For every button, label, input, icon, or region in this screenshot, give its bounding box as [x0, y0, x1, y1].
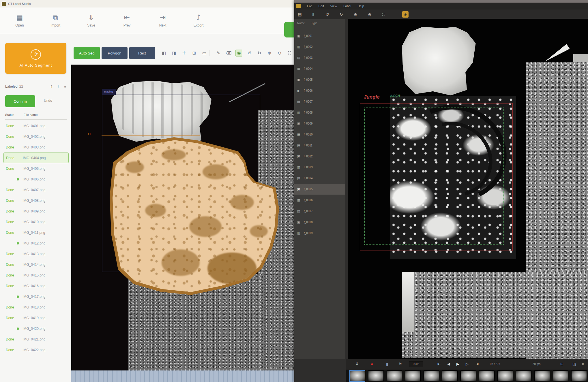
frame-list-item[interactable]: ▦f_0010 — [294, 129, 345, 140]
save-icon[interactable]: ⇩ — [310, 11, 316, 18]
save-button[interactable]: ⇩Save — [77, 10, 106, 31]
open-icon[interactable]: ▤ — [297, 11, 303, 18]
file-list-item[interactable]: DoneIMG_0405.png — [3, 163, 69, 174]
frame-thumbnail[interactable] — [387, 370, 402, 381]
last-frame-icon[interactable]: ⇥ — [475, 362, 479, 367]
merge-view-icon[interactable]: ◨ — [171, 50, 177, 56]
frame-list-item[interactable]: ▣f_0012 — [294, 151, 345, 162]
split-view-icon[interactable]: ◧ — [161, 50, 167, 56]
erase-icon[interactable]: ⌫ — [225, 50, 232, 56]
annotation-canvas[interactable]: mask01 L1 — [71, 65, 295, 370]
frame-list-item[interactable]: ▦f_0016 — [294, 195, 345, 206]
frame-list-item[interactable]: ▤f_0017 — [294, 206, 345, 217]
menu-icon[interactable]: ≡ — [582, 362, 584, 367]
frame-thumbnail[interactable] — [479, 370, 495, 381]
pen-icon[interactable]: ✎ — [215, 50, 222, 56]
rect-select-icon[interactable]: ▭ — [201, 50, 207, 56]
auto-seg-mode-button[interactable]: Auto Seg — [74, 47, 100, 59]
file-list-item[interactable]: DoneIMG_0421.png — [3, 334, 69, 345]
frame-thumbnail[interactable] — [553, 370, 568, 381]
file-list-item[interactable]: DoneIMG_0416.png — [3, 281, 69, 291]
frame-thumbnail[interactable] — [497, 370, 513, 381]
file-list-item[interactable]: DoneIMG_0419.png — [3, 313, 69, 323]
frame-list-item[interactable]: ▣f_0005 — [294, 74, 345, 85]
file-list-item[interactable]: DoneIMG_0418.png — [3, 302, 69, 313]
grid-icon[interactable]: ⊞ — [191, 50, 197, 56]
frame-list-item[interactable]: ▥f_0013 — [294, 162, 345, 173]
frame-thumbnail[interactable] — [571, 370, 587, 381]
tile-view-icon[interactable]: ⊞ — [560, 362, 563, 367]
frame-thumbnail[interactable] — [460, 370, 476, 381]
file-list-item[interactable]: DoneIMG_0402.png — [3, 131, 69, 142]
crosshair-icon[interactable]: ✛ — [181, 50, 187, 56]
frame-list-item[interactable]: ▤f_0007 — [294, 96, 345, 107]
file-list-item[interactable]: IMG_0412.png — [3, 238, 69, 249]
list-icon[interactable]: ≡ — [64, 84, 66, 89]
frame-thumbnail[interactable] — [405, 370, 421, 381]
open-image-button[interactable]: ▤Open — [5, 10, 34, 31]
frame-list-item[interactable]: ▥f_0008 — [294, 107, 345, 118]
frame-list-item[interactable]: ▣f_0001 — [294, 30, 345, 41]
frame-list-item[interactable]: ▥f_0002 — [294, 41, 345, 52]
expand-icon[interactable]: ⇩ — [57, 84, 60, 89]
frame-list-item[interactable]: ▥f_0019 — [294, 227, 345, 238]
fit-icon[interactable]: ⛶ — [381, 11, 387, 18]
zoom-out-icon[interactable]: ⊖ — [366, 11, 373, 18]
zoom-in-icon[interactable]: ⊕ — [266, 50, 273, 56]
play-icon[interactable]: ▶ — [456, 362, 459, 367]
label-mode-icon[interactable]: ◈ — [402, 11, 409, 18]
expand-icon[interactable]: ◳ — [572, 362, 576, 367]
frame-thumbnail[interactable] — [516, 370, 531, 381]
menu-view[interactable]: View — [330, 4, 337, 8]
file-list-item[interactable]: DoneIMG_0404.png — [3, 153, 69, 163]
file-list-item[interactable]: IMG_0417.png — [3, 291, 69, 302]
frame-thumbnail[interactable] — [349, 370, 365, 382]
file-list-item[interactable]: DoneIMG_0411.png — [3, 227, 69, 238]
fit-icon[interactable]: ⛶ — [286, 50, 293, 56]
file-list-item[interactable]: DoneIMG_0422.png — [3, 345, 69, 355]
first-frame-icon[interactable]: ⇤ — [437, 362, 441, 367]
brush-icon[interactable]: ◉ — [235, 50, 242, 57]
redo-icon[interactable]: ↻ — [256, 50, 263, 56]
frame-list-item[interactable]: ▣f_0015 — [294, 184, 345, 195]
frame-thumbnail[interactable] — [442, 370, 458, 381]
file-list-item[interactable]: DoneIMG_0410.png — [3, 217, 69, 227]
frame-list-item[interactable]: ▣f_0009 — [294, 118, 345, 129]
file-list-item[interactable]: DoneIMG_0403.png — [3, 142, 69, 153]
green-dashed-bbox[interactable] — [364, 108, 504, 245]
frame-thumbnail[interactable] — [424, 370, 439, 381]
file-list-item[interactable]: DoneIMG_0415.png — [3, 270, 69, 281]
menu-edit[interactable]: Edit — [319, 4, 324, 8]
prev-image-button[interactable]: ⇤Prev — [113, 10, 141, 31]
frame-list-item[interactable]: ▣f_0018 — [294, 217, 345, 227]
polygon-mode-button[interactable]: Polygon — [102, 47, 127, 59]
corner-action-button[interactable] — [284, 22, 295, 37]
undo-icon[interactable]: ↺ — [246, 50, 252, 56]
file-list-item[interactable]: DoneIMG_0407.png — [3, 185, 69, 195]
import-folder-button[interactable]: ⧉Import — [41, 10, 70, 31]
auto-segment-button[interactable]: ⟳ AI Auto Segment — [5, 43, 66, 74]
file-list-item[interactable]: DoneIMG_0408.png — [3, 195, 69, 206]
frame-list-item[interactable]: ▤f_0014 — [294, 173, 345, 184]
record-icon[interactable]: ⏺ — [371, 362, 373, 367]
frame-field[interactable]: 0098 — [409, 361, 423, 367]
zoom-out-icon[interactable]: ⊖ — [276, 50, 283, 56]
frame-list-item[interactable]: ▤f_0003 — [294, 52, 345, 63]
zoom-in-icon[interactable]: ⊕ — [352, 11, 359, 18]
slice-filmstrip[interactable] — [71, 370, 295, 382]
marker-icon[interactable]: ▮ — [386, 362, 388, 367]
undo-icon[interactable]: ↺ — [324, 11, 330, 18]
frame-thumbnail[interactable] — [534, 370, 550, 381]
prev-frame-icon[interactable]: ◀ — [447, 362, 450, 367]
frame-list-item[interactable]: ◧f_0006 — [294, 85, 345, 96]
frame-list-item[interactable]: ▤f_0011 — [294, 140, 345, 151]
rect-mode-button[interactable]: Rect — [129, 47, 155, 59]
file-list-item[interactable]: IMG_0420.png — [3, 323, 69, 334]
redo-icon[interactable]: ↻ — [338, 11, 344, 18]
export-button[interactable]: ⤴Export — [184, 10, 213, 31]
flag-icon[interactable]: ⚑ — [399, 362, 402, 367]
file-list-item[interactable]: DoneIMG_0401.png — [3, 121, 69, 131]
file-list-item[interactable]: IMG_0406.png — [3, 174, 69, 185]
menu-label[interactable]: Label — [343, 4, 351, 8]
next-frame-icon[interactable]: ▷ — [466, 362, 469, 367]
